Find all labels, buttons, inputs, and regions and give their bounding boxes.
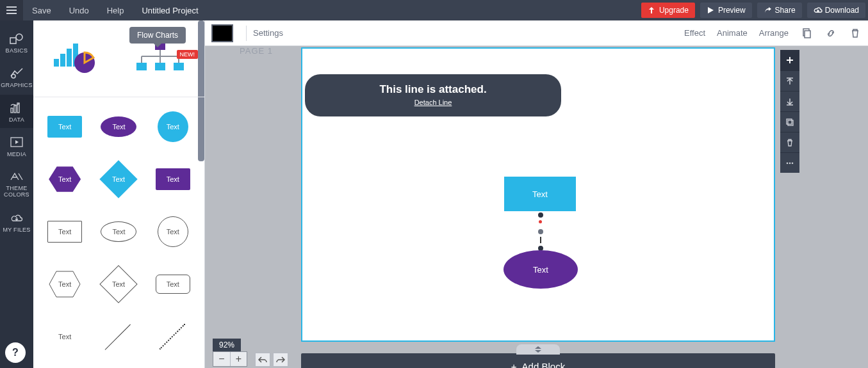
svg-point-35 bbox=[787, 162, 789, 164]
rail-label: THEME COLORS bbox=[0, 186, 33, 198]
trash-icon[interactable] bbox=[849, 27, 862, 40]
shape-label: Text bbox=[167, 228, 179, 236]
shape-label: Text bbox=[58, 333, 71, 340]
help-menu[interactable]: Help bbox=[98, 6, 133, 15]
shape-text[interactable]: Text bbox=[41, 319, 88, 355]
resize-handle[interactable] bbox=[516, 344, 560, 355]
attach-toast: This line is attached. Detach Line bbox=[305, 74, 561, 116]
cloud-icon bbox=[0, 211, 33, 224]
preview-label: Preview bbox=[718, 6, 746, 15]
shape-grid: Text Text Text Text Text Text Text Text … bbox=[33, 97, 204, 368]
play-icon bbox=[707, 6, 714, 14]
link-icon[interactable] bbox=[824, 27, 837, 40]
arrange-button[interactable]: Arrange bbox=[759, 28, 789, 38]
theme-icon bbox=[0, 170, 33, 183]
connector-endpoint-top[interactable] bbox=[537, 211, 545, 219]
download-button[interactable]: Download bbox=[807, 3, 865, 18]
rail-label: DATA bbox=[0, 116, 33, 123]
detach-line-link[interactable]: Detach Line bbox=[323, 99, 543, 106]
node-label: Text bbox=[532, 189, 548, 199]
zoom-controls: 92% − + bbox=[213, 339, 288, 367]
shape-diamond-cyan[interactable]: Text bbox=[95, 161, 142, 197]
top-bar: Save Undo Help Untitled Project Upgrade … bbox=[0, 0, 868, 20]
menu-icon[interactable] bbox=[0, 0, 23, 20]
shape-hexagon-outline[interactable]: Text bbox=[41, 266, 88, 302]
add-block-label: Add Block bbox=[522, 361, 566, 369]
shape-label: Text bbox=[167, 280, 179, 288]
shape-label: Text bbox=[112, 123, 125, 131]
canvas-page[interactable]: This line is attached. Detach Line Text … bbox=[301, 47, 775, 342]
help-button[interactable]: ? bbox=[5, 342, 26, 363]
duplicate-page-button[interactable] bbox=[780, 111, 799, 132]
upgrade-button[interactable]: Upgrade bbox=[641, 3, 695, 18]
canvas-connector[interactable] bbox=[538, 211, 543, 252]
rail-media[interactable]: MEDIA bbox=[0, 129, 33, 163]
rail-data[interactable]: DATA bbox=[0, 95, 33, 128]
svg-point-36 bbox=[789, 162, 791, 164]
zoom-out-button[interactable]: − bbox=[213, 352, 230, 366]
share-icon bbox=[764, 6, 771, 14]
shape-rect-cyan[interactable]: Text bbox=[41, 109, 88, 145]
page-tools bbox=[780, 50, 799, 173]
add-page-button[interactable] bbox=[780, 50, 799, 70]
upgrade-label: Upgrade bbox=[659, 6, 689, 15]
effect-button[interactable]: Effect bbox=[684, 28, 705, 38]
category-charts[interactable] bbox=[51, 37, 99, 81]
canvas-node-rect[interactable]: Text bbox=[504, 177, 576, 211]
more-page-button[interactable] bbox=[780, 152, 799, 173]
preview-button[interactable]: Preview bbox=[700, 3, 752, 18]
canvas-node-ellipse[interactable]: Text bbox=[504, 250, 578, 289]
undo-menu[interactable]: Undo bbox=[60, 6, 98, 15]
rail-my-files[interactable]: MY FILES bbox=[0, 205, 33, 238]
zoom-value[interactable]: 92% bbox=[213, 339, 241, 351]
shape-circle-outline[interactable]: Text bbox=[149, 214, 197, 250]
upload-icon bbox=[648, 6, 655, 14]
connector-midpoint[interactable] bbox=[538, 229, 543, 234]
rail-graphics[interactable]: GRAPHICS bbox=[0, 60, 33, 93]
new-badge: NEW! bbox=[177, 50, 199, 59]
page-label: PAGE 1 bbox=[240, 46, 273, 56]
add-block-button[interactable]: + Add Block bbox=[301, 353, 775, 368]
project-title[interactable]: Untitled Project bbox=[133, 6, 207, 15]
rail-basics[interactable]: BASICS bbox=[0, 26, 33, 59]
tooltip-flow-charts: Flow Charts bbox=[129, 27, 186, 44]
shape-rect-outline[interactable]: Text bbox=[41, 214, 88, 250]
move-up-button[interactable] bbox=[780, 70, 799, 91]
shape-line-solid[interactable] bbox=[95, 319, 142, 355]
rail-theme-colors[interactable]: THEME COLORS bbox=[0, 164, 33, 204]
shape-roundrect-outline[interactable]: Text bbox=[149, 266, 197, 302]
move-down-button[interactable] bbox=[780, 91, 799, 111]
toast-message: This line is attached. bbox=[323, 83, 543, 96]
undo-button[interactable] bbox=[255, 353, 270, 367]
share-button[interactable]: Share bbox=[757, 3, 802, 18]
save-menu[interactable]: Save bbox=[23, 6, 60, 15]
svg-rect-6 bbox=[14, 106, 16, 113]
shape-diamond-outline[interactable]: Text bbox=[95, 266, 142, 302]
svg-rect-2 bbox=[10, 38, 16, 44]
settings-button[interactable]: Settings bbox=[253, 28, 283, 38]
connector-segment bbox=[540, 237, 541, 243]
cloud-download-icon bbox=[814, 6, 821, 14]
svg-rect-5 bbox=[11, 108, 13, 113]
redo-button[interactable] bbox=[273, 353, 288, 367]
zoom-in-button[interactable]: + bbox=[230, 352, 247, 366]
rail-label: BASICS bbox=[0, 47, 33, 54]
svg-rect-20 bbox=[136, 63, 147, 70]
shape-circle-cyan[interactable]: Text bbox=[149, 109, 197, 145]
media-icon bbox=[0, 136, 33, 148]
delete-page-button[interactable] bbox=[780, 132, 799, 152]
shape-label: Text bbox=[112, 228, 125, 236]
node-label: Text bbox=[533, 265, 548, 275]
svg-rect-34 bbox=[788, 120, 793, 125]
shape-rect-purple[interactable]: Text bbox=[149, 161, 197, 197]
shape-line-dashed[interactable] bbox=[149, 319, 197, 355]
animate-button[interactable]: Animate bbox=[717, 28, 748, 38]
shape-label: Text bbox=[58, 228, 71, 236]
shape-label: Text bbox=[167, 123, 179, 131]
color-swatch[interactable] bbox=[211, 24, 233, 42]
copy-icon[interactable] bbox=[800, 27, 813, 40]
shape-hexagon-purple[interactable]: Text bbox=[41, 161, 88, 197]
rail-label: MY FILES bbox=[0, 227, 33, 233]
shape-ellipse-purple[interactable]: Text bbox=[95, 109, 142, 145]
shape-ellipse-outline[interactable]: Text bbox=[95, 214, 142, 250]
